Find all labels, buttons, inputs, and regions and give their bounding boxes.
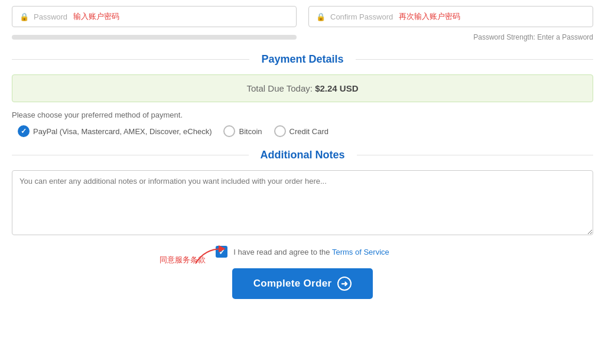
divider-left: [12, 59, 249, 60]
password-field[interactable]: 🔒 Password 输入账户密码: [12, 6, 297, 27]
terms-annotation-wrapper: ✓ I have read and agree to the Terms of …: [12, 237, 593, 262]
notes-section-divider: Additional Notes: [12, 149, 593, 161]
credit-card-label: Credit Card: [290, 127, 328, 136]
confirm-password-label: Confirm Password: [330, 12, 393, 21]
notes-divider-right: [357, 155, 594, 155]
bitcoin-radio: [223, 125, 235, 137]
notes-divider-left: [12, 155, 249, 155]
complete-order-arrow-icon: ➜: [337, 277, 352, 291]
total-due-label: Total Due Today:: [246, 83, 312, 93]
credit-card-option[interactable]: Credit Card: [274, 125, 328, 137]
confirm-password-field[interactable]: 🔒 Confirm Password 再次输入账户密码: [308, 6, 593, 27]
password-label: Password: [34, 12, 67, 21]
paypal-label: PayPal (Visa, Mastercard, AMEX, Discover…: [33, 127, 212, 136]
terms-of-service-link[interactable]: Terms of Service: [332, 248, 389, 256]
divider-right: [356, 59, 593, 60]
total-due-box: Total Due Today: $2.24 USD: [12, 74, 593, 102]
bitcoin-label: Bitcoin: [239, 127, 262, 136]
terms-text: I have read and agree to the Terms of Se…: [233, 248, 389, 256]
payment-section-title: Payment Details: [249, 53, 355, 66]
paypal-radio-selected: ✓: [18, 125, 30, 137]
payment-section-divider: Payment Details: [12, 53, 593, 66]
payment-prompt: Please choose your preferred method of p…: [12, 110, 593, 119]
complete-order-button[interactable]: Complete Order ➜: [232, 268, 373, 299]
complete-order-row: Complete Order ➜: [12, 268, 593, 299]
notes-textarea[interactable]: [12, 170, 593, 235]
credit-card-radio: [274, 125, 286, 137]
lock-icon: 🔒: [19, 12, 29, 21]
notes-section-title: Additional Notes: [249, 149, 357, 161]
paypal-option[interactable]: ✓ PayPal (Visa, Mastercard, AMEX, Discov…: [18, 125, 212, 137]
payment-options: ✓ PayPal (Visa, Mastercard, AMEX, Discov…: [12, 125, 593, 137]
total-due-amount: $2.24 USD: [315, 83, 358, 93]
lock-icon-confirm: 🔒: [316, 12, 326, 21]
terms-row: ✓ I have read and agree to the Terms of …: [216, 246, 389, 258]
password-strength-bar: [12, 35, 297, 40]
password-hint: 输入账户密码: [73, 11, 119, 22]
password-strength-text: Password Strength: Enter a Password: [308, 33, 593, 41]
confirm-password-hint: 再次输入账户密码: [399, 11, 460, 22]
annotation-arrow: [193, 243, 228, 266]
bitcoin-option[interactable]: Bitcoin: [223, 125, 262, 137]
